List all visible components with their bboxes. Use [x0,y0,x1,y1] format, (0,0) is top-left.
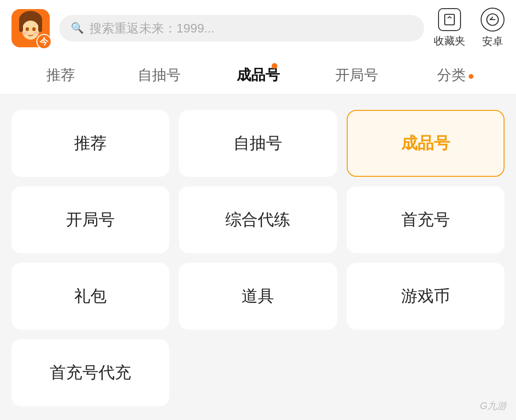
android-label: 安卓 [482,34,503,49]
grid-item-game-coins[interactable]: 游戏币 [347,263,505,330]
header-actions: 收藏夹 安卓 [434,8,505,49]
svg-rect-9 [445,14,454,25]
tab-finished[interactable]: 成品号 [209,56,307,94]
grid-item-recommend[interactable]: 推荐 [11,110,169,177]
finished-dot [272,63,277,69]
android-icon [481,8,505,32]
watermark: G九游 [480,399,506,412]
grid-item-start[interactable]: 开局号 [11,186,169,253]
grid-item-combined-training[interactable]: 综合代练 [179,186,337,253]
grid-item-gift[interactable]: 礼包 [11,263,169,330]
grid-item-self-draw[interactable]: 自抽号 [179,110,337,177]
bookmark-icon [438,8,461,31]
search-icon: 🔍 [71,22,84,34]
svg-point-7 [22,32,27,34]
bookmark-label: 收藏夹 [434,34,465,48]
grid-item-first-charge[interactable]: 首充号 [347,186,505,253]
tab-classify[interactable]: 分类 [406,56,505,94]
search-placeholder: 搜索重返未来：1999... [89,20,215,37]
category-grid: 推荐 自抽号 成品号 开局号 综合代练 首充号 礼包 道具 游戏币 首充号代充 [11,110,505,406]
svg-point-8 [34,32,39,34]
svg-point-5 [26,27,29,31]
svg-point-6 [33,27,36,31]
nav-tabs: 推荐 自抽号 成品号 开局号 分类 [0,56,516,95]
classify-dot [469,74,473,79]
tab-self-draw[interactable]: 自抽号 [110,56,209,94]
svg-point-2 [22,21,39,40]
main-content: 推荐 自抽号 成品号 开局号 综合代练 首充号 礼包 道具 游戏币 首充号代充 [0,95,516,420]
grid-item-finished[interactable]: 成品号 [347,110,505,177]
grid-item-first-charge-service[interactable]: 首充号代充 [11,339,169,406]
grid-item-props[interactable]: 道具 [179,263,337,330]
android-button[interactable]: 安卓 [481,8,505,49]
header: 今 🔍 搜索重返未来：1999... 收藏夹 安卓 [0,0,516,56]
tab-recommend[interactable]: 推荐 [11,56,110,94]
search-bar[interactable]: 🔍 搜索重返未来：1999... [59,15,424,42]
tab-start[interactable]: 开局号 [307,56,406,94]
svg-rect-4 [38,18,42,32]
app-icon-wrapper[interactable]: 今 [11,9,50,47]
svg-rect-3 [19,18,23,32]
now-badge: 今 [36,34,52,49]
bookmark-button[interactable]: 收藏夹 [434,8,465,48]
